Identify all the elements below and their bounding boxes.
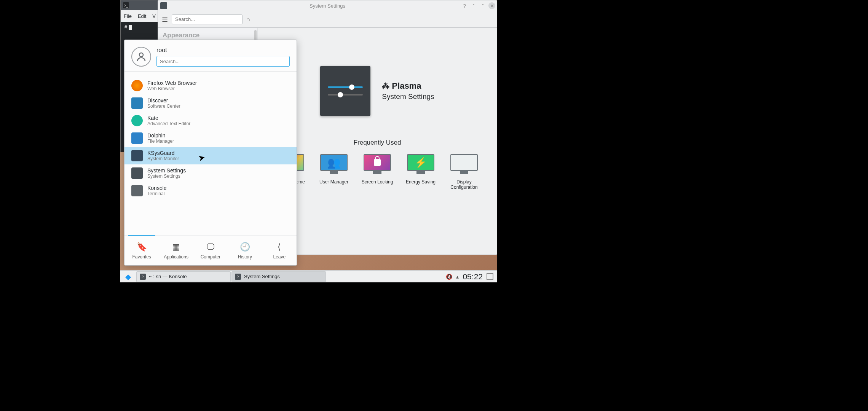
menu-view[interactable]: V [152, 13, 156, 19]
taskbar[interactable]: ◆ >~ : sh — Konsole>System Settings 🔇 ▴ … [120, 270, 497, 282]
app-icon [131, 167, 143, 179]
clock[interactable]: 05:22 [463, 272, 483, 281]
tray-expand-icon[interactable]: ▴ [456, 274, 459, 280]
app-item-dolphin[interactable]: DolphinFile Manager [124, 129, 297, 147]
terminal-cursor [129, 25, 132, 30]
plasma-logo-icon: ⁂ [382, 82, 389, 90]
settings-toolbar: ☰ ⌂ [158, 11, 497, 28]
hamburger-icon[interactable]: ☰ [162, 15, 168, 24]
close-button[interactable]: ✕ [488, 2, 495, 9]
launcher-tab-applications[interactable]: ▦Applications [159, 236, 193, 265]
launcher-tab-history[interactable]: 🕘History [228, 236, 262, 265]
help-button[interactable]: ? [461, 2, 468, 9]
settings-titlebar[interactable]: System Settings ? ˅ ˄ ✕ [158, 0, 497, 11]
freq-item-display-configuration[interactable]: Display Configuration [447, 154, 481, 190]
home-icon[interactable]: ⌂ [246, 16, 250, 23]
app-item-discover[interactable]: DiscoverSoftware Center [124, 94, 297, 112]
maximize-button[interactable]: ˄ [479, 2, 486, 9]
taskbar-task[interactable]: >~ : sh — Konsole [136, 271, 231, 282]
launcher-tabs: 🔖Favorites▦Applications🖵Computer🕘History… [124, 236, 297, 265]
settings-title-icon [160, 2, 167, 9]
launcher-tab-favorites[interactable]: 🔖Favorites [124, 236, 159, 265]
app-icon [131, 185, 143, 196]
plasma-title: ⁂Plasma [382, 81, 434, 91]
tab-icon: 🕘 [240, 242, 250, 252]
terminal-icon: >_ [123, 2, 129, 8]
minimize-button[interactable]: ˅ [470, 2, 477, 9]
volume-muted-icon[interactable]: 🔇 [446, 274, 452, 280]
app-item-ksysguard[interactable]: KSysGuardSystem Monitor [124, 147, 297, 164]
app-item-firefox-web-browser[interactable]: Firefox Web BrowserWeb Browser [124, 77, 297, 94]
launcher-tab-computer[interactable]: 🖵Computer [193, 236, 228, 265]
svg-point-0 [139, 53, 143, 57]
app-item-konsole[interactable]: KonsoleTerminal [124, 182, 297, 199]
launcher-search-input[interactable] [156, 56, 290, 67]
freq-item-screen-locking[interactable]: Screen Locking [361, 154, 394, 190]
tab-icon: 🖵 [206, 242, 215, 252]
tab-icon: ⟨ [278, 242, 281, 252]
freq-item-user-manager[interactable]: 👥User Manager [317, 154, 351, 190]
system-tray: 🔇 ▴ 05:22 [446, 272, 497, 281]
freq-item-energy-saving[interactable]: ⚡Energy Saving [404, 154, 437, 190]
settings-title: System Settings [310, 3, 345, 9]
plasma-subtitle: System Settings [382, 92, 434, 101]
menu-edit[interactable]: Edit [138, 13, 146, 19]
app-icon [131, 80, 143, 91]
freq-used-header: Frequently Used [274, 139, 481, 147]
tab-icon: 🔖 [137, 242, 147, 252]
app-icon [131, 132, 143, 144]
taskbar-task[interactable]: >System Settings [231, 271, 326, 282]
application-launcher[interactable]: root Firefox Web BrowserWeb Browser Disc… [124, 40, 297, 266]
kde-logo-icon: ◆ [125, 272, 131, 281]
plasma-hero-tile [320, 66, 370, 116]
menu-file[interactable]: File [124, 13, 132, 19]
app-item-system-settings[interactable]: System SettingsSystem Settings [124, 164, 297, 182]
app-icon [131, 150, 143, 161]
app-icon [131, 97, 143, 109]
username-label: root [156, 47, 290, 54]
app-item-kate[interactable]: KateAdvanced Text Editor [124, 112, 297, 129]
launcher-tab-leave[interactable]: ⟨Leave [262, 236, 297, 265]
app-icon [131, 115, 143, 126]
task-icon: > [140, 274, 146, 280]
terminal-prompt: # [124, 24, 129, 30]
favorites-list: Firefox Web BrowserWeb Browser DiscoverS… [124, 72, 297, 236]
user-avatar[interactable] [131, 47, 151, 67]
settings-search-input[interactable] [172, 14, 243, 24]
app-launcher-button[interactable]: ◆ [120, 271, 136, 283]
show-desktop-button[interactable] [487, 273, 493, 280]
task-icon: > [235, 274, 241, 280]
tab-icon: ▦ [172, 242, 180, 252]
